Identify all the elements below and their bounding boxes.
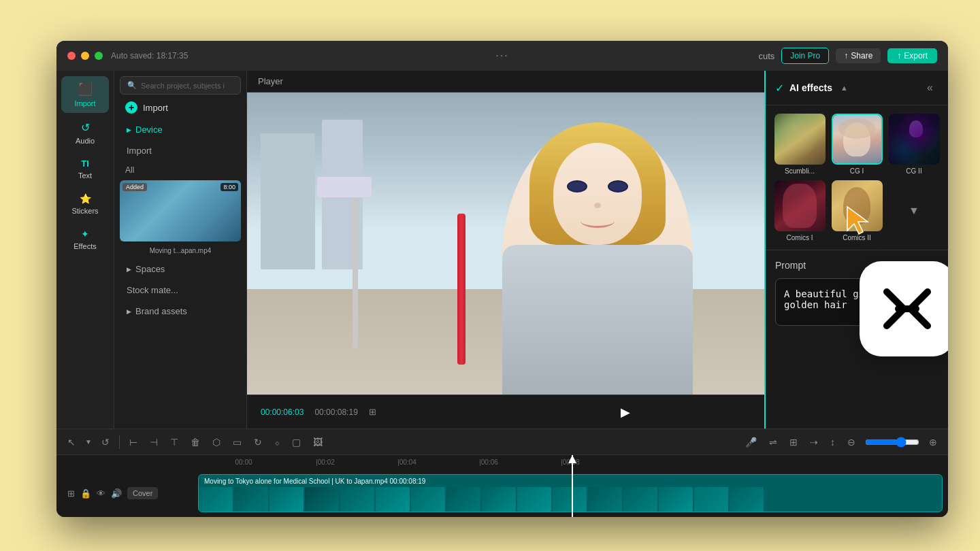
- nav-brand[interactable]: ▶ Brand assets: [120, 302, 241, 320]
- effects-grid: Scumbli... CG I: [766, 105, 948, 250]
- export-icon: ↑: [897, 51, 901, 61]
- text-icon: TI: [81, 158, 89, 169]
- shield-icon[interactable]: ⬡: [210, 434, 223, 450]
- nav-spaces-label: Spaces: [135, 264, 165, 274]
- zoom-out-icon[interactable]: ⊖: [845, 434, 858, 450]
- effect-cg2[interactable]: CG II: [888, 114, 940, 175]
- frame-icon[interactable]: ▢: [289, 434, 304, 450]
- nav-stock[interactable]: Stock mate...: [120, 281, 241, 299]
- toolbar-stickers[interactable]: ⭐ Stickers: [61, 188, 109, 220]
- ai-check-icon: ✓: [775, 82, 784, 95]
- nav-brand-arrow: ▶: [127, 308, 131, 315]
- timeline-toolbar: ↖ ▼ ↺ ⊢ ⊣ ⊤ 🗑 ⬡ ▭ ↻ ⬦ ▢ 🖼 🎤 ⇌ ⊞ ⇢ ↕ ⊖ ⊕: [56, 429, 948, 455]
- effect-scumbling[interactable]: Scumbli...: [774, 114, 826, 175]
- zoom-slider[interactable]: [865, 437, 919, 448]
- join-pro-button[interactable]: Join Pro: [781, 48, 829, 64]
- left-toolbar: ⬛ Import ↺ Audio TI Text ⭐ Stickers ✦ Ef…: [56, 71, 114, 429]
- time-total: 00:00:08:19: [314, 407, 357, 417]
- toolbar-audio-label: Audio: [76, 137, 95, 145]
- clip-thumb-0: [199, 487, 233, 512]
- more-options-icon[interactable]: ···: [495, 50, 508, 62]
- clip-thumb-4: [340, 487, 374, 512]
- toolbar-audio[interactable]: ↺ Audio: [61, 116, 109, 150]
- search-icon: 🔍: [127, 81, 137, 90]
- export-button[interactable]: ↑ Export: [887, 48, 937, 63]
- play-button[interactable]: ▶: [615, 402, 636, 422]
- effect-cg1-label: CG I: [850, 167, 864, 175]
- toolbar-import[interactable]: ⬛ Import: [61, 76, 109, 113]
- clip-title: Moving to Tokyo alone for Medical School…: [204, 478, 425, 485]
- scroll-down-icon[interactable]: ▼: [909, 205, 919, 217]
- delete-icon[interactable]: 🗑: [188, 434, 203, 450]
- capcut-logo: [860, 261, 948, 356]
- select-tool-icon[interactable]: ↖: [65, 434, 78, 450]
- text-timeline-icon[interactable]: ↕: [828, 434, 838, 450]
- timeline-content: 00:00 |00:02 |00:04 |00:06 |00:08 ⊞ 🔒 👁 …: [56, 455, 948, 517]
- track-clip[interactable]: Moving to Tokyo alone for Medical School…: [198, 474, 943, 512]
- media-thumbnail[interactable]: Added 8:00: [120, 180, 241, 241]
- titlebar-right: cuts Join Pro ↑ Share ↑ Export: [758, 48, 937, 64]
- split-icon[interactable]: ⊢: [127, 434, 140, 450]
- playhead[interactable]: [572, 455, 573, 517]
- ai-panel-header: ✓ AI effects ▲ «: [766, 71, 948, 105]
- clip-thumb-9: [517, 487, 551, 512]
- effect-comics2[interactable]: Comics II: [831, 180, 883, 241]
- close-button[interactable]: [67, 52, 76, 60]
- cg2-art: [889, 114, 940, 165]
- time-current: 00:00:06:03: [261, 407, 304, 417]
- ai-effects-panel: ✓ AI effects ▲ « Scumbli...: [764, 71, 948, 429]
- select-arrow-icon: ▼: [85, 438, 92, 446]
- sign: [317, 177, 372, 197]
- track-layout-icon[interactable]: ⊞: [67, 488, 75, 499]
- player-right-controls: ▶: [615, 402, 636, 422]
- panel-back-button[interactable]: «: [921, 79, 938, 97]
- toolbar-text[interactable]: TI Text: [61, 153, 109, 185]
- nav-spaces-arrow: ▶: [127, 266, 131, 273]
- toolbar-effects[interactable]: ✦ Effects: [61, 223, 109, 256]
- effect-comics1[interactable]: Comics I: [774, 180, 826, 241]
- comics2-art: [832, 180, 883, 231]
- nav-spaces[interactable]: ▶ Spaces: [120, 260, 241, 278]
- maximize-button[interactable]: [95, 52, 103, 60]
- ai-collapse-icon[interactable]: ▲: [840, 84, 848, 92]
- minimize-button[interactable]: [81, 52, 89, 60]
- link-icon[interactable]: ⇌: [766, 434, 780, 450]
- added-badge: Added: [122, 183, 147, 191]
- track-controls: ⊞ 🔒 👁 🔊 Cover: [62, 487, 198, 499]
- ai-panel-title: AI effects: [789, 82, 832, 93]
- effect-scumbling-label: Scumbli...: [785, 167, 815, 175]
- add-end-icon[interactable]: ⊕: [926, 434, 940, 450]
- timeline-track-area: ⊞ 🔒 👁 🔊 Cover Moving to Tokyo alone for …: [56, 469, 948, 517]
- track-lock-icon[interactable]: 🔒: [80, 488, 91, 499]
- search-bar[interactable]: 🔍 Search project, subjects i: [120, 76, 241, 95]
- undo-icon[interactable]: ↺: [99, 434, 112, 450]
- clip-thumb-3: [305, 487, 339, 512]
- effect-cg1[interactable]: CG I: [831, 114, 883, 175]
- cg1-art: [833, 115, 881, 163]
- ruler-6: |00:06: [448, 458, 529, 466]
- import-row[interactable]: + Import: [120, 97, 241, 118]
- effect-thumb-cg1: [832, 114, 883, 165]
- mic-icon[interactable]: 🎤: [742, 434, 760, 450]
- link2-icon[interactable]: ⇢: [807, 434, 821, 450]
- clip-thumb-13: [659, 487, 693, 512]
- split3-icon[interactable]: ⊤: [167, 434, 181, 450]
- flip-icon[interactable]: ⬦: [272, 434, 282, 450]
- share-button[interactable]: ↑ Share: [836, 48, 881, 63]
- player-label: Player: [258, 76, 283, 86]
- titlebar-center: ···: [495, 50, 508, 62]
- rotate-icon[interactable]: ↻: [251, 434, 265, 450]
- layout-icon[interactable]: ⊞: [369, 407, 376, 417]
- autosave-label: Auto saved: 18:17:35: [111, 51, 188, 61]
- split2-icon[interactable]: ⊣: [147, 434, 161, 450]
- crop-icon[interactable]: ▭: [230, 434, 244, 450]
- track-audio-icon[interactable]: 🔊: [111, 488, 122, 499]
- nav-import[interactable]: Import: [120, 141, 241, 160]
- image-icon[interactable]: 🖼: [310, 434, 325, 450]
- titlebar: Auto saved: 18:17:35 ··· cuts Join Pro ↑…: [56, 41, 948, 71]
- split-video-icon[interactable]: ⊞: [787, 434, 800, 450]
- duration-badge: 8:00: [220, 183, 238, 191]
- track-eye-icon[interactable]: 👁: [97, 488, 105, 499]
- nav-device[interactable]: ▶ Device: [120, 120, 241, 139]
- import-icon: ⬛: [78, 82, 93, 97]
